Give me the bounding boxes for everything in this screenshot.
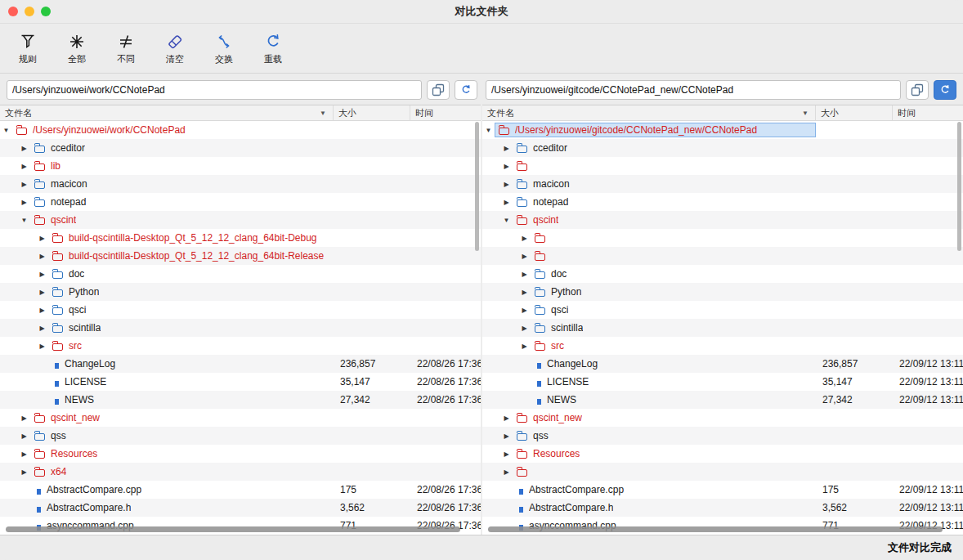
column-header-filename[interactable]: 文件名 ▼ <box>0 105 334 120</box>
chevron-right-icon[interactable]: ▶ <box>36 235 48 242</box>
swap-button[interactable]: 交换 <box>204 30 244 67</box>
chevron-right-icon[interactable]: ▶ <box>518 325 531 332</box>
chevron-right-icon[interactable]: ▶ <box>36 343 48 350</box>
chevron-right-icon[interactable]: ▶ <box>36 307 48 314</box>
chevron-right-icon[interactable]: ▶ <box>36 325 48 332</box>
tree-item[interactable]: qss <box>513 428 816 443</box>
tree-item[interactable]: AbstractCompare.cpp <box>513 482 816 497</box>
tree-item[interactable]: notepad <box>30 195 334 209</box>
chevron-right-icon[interactable]: ▶ <box>500 181 513 188</box>
tree-item[interactable]: Resources <box>513 446 816 461</box>
tree-item[interactable]: NEWS <box>48 392 334 407</box>
tree-item[interactable] <box>531 231 816 245</box>
left-browse-button[interactable] <box>427 80 450 100</box>
tree-row[interactable]: ▶ <box>482 229 963 247</box>
tree-row[interactable]: ▶qscint_new <box>482 409 963 427</box>
tree-row[interactable]: ▶notepad <box>0 193 481 211</box>
chevron-right-icon[interactable]: ▶ <box>500 468 513 476</box>
chevron-right-icon[interactable]: ▶ <box>18 414 30 422</box>
tree-item[interactable]: ChangeLog <box>48 356 334 371</box>
tree-item[interactable]: qsci <box>48 302 334 317</box>
reload-button[interactable]: 重载 <box>253 30 293 67</box>
chevron-right-icon[interactable]: ▶ <box>518 307 531 314</box>
left-horizontal-scrollbar[interactable] <box>6 526 460 532</box>
tree-row[interactable]: ▶qsci <box>0 301 481 319</box>
chevron-right-icon[interactable]: ▶ <box>18 450 30 458</box>
tree-row[interactable]: ▶cceditor <box>482 139 963 157</box>
tree-row[interactable]: ▶macicon <box>482 175 963 193</box>
tree-item[interactable]: NEWS <box>531 392 816 407</box>
tree-row[interactable]: ▶Python <box>0 283 481 301</box>
tree-row[interactable]: ▶doc <box>0 265 481 283</box>
tree-row[interactable]: ▶qss <box>482 427 963 445</box>
right-browse-button[interactable] <box>906 80 929 100</box>
tree-row[interactable]: ▶Resources <box>482 445 963 463</box>
tree-row[interactable]: ▶doc <box>482 265 963 283</box>
left-refresh-button[interactable] <box>455 80 477 100</box>
tree-row[interactable]: ▼qscint <box>482 211 963 229</box>
tree-row[interactable]: ▶src <box>482 337 963 355</box>
tree-item[interactable]: cceditor <box>513 141 816 155</box>
chevron-right-icon[interactable]: ▶ <box>18 468 30 476</box>
minimize-button[interactable] <box>25 7 34 16</box>
tree-row[interactable]: ▼/Users/yinzuowei/work/CCNotePad <box>0 121 481 139</box>
tree-row[interactable]: AbstractCompare.cpp17522/08/26 17:36 <box>0 481 481 499</box>
tree-row[interactable]: ▶scintilla <box>0 319 481 337</box>
tree-row[interactable]: ▶ <box>482 463 963 481</box>
tree-item[interactable]: scintilla <box>48 320 334 335</box>
tree-item[interactable]: qscint <box>513 213 816 227</box>
chevron-right-icon[interactable]: ▶ <box>518 235 531 242</box>
left-vertical-scrollbar[interactable] <box>475 122 479 251</box>
tree-row[interactable]: ▶notepad <box>482 193 963 211</box>
column-header-time[interactable]: 时间 <box>893 105 963 120</box>
clear-button[interactable]: 清空 <box>155 30 195 67</box>
tree-row[interactable]: NEWS27,34222/08/26 17:36 <box>0 391 481 409</box>
tree-row[interactable]: ▶qsci <box>482 301 963 319</box>
tree-item[interactable]: cceditor <box>30 141 334 155</box>
tree-item[interactable]: src <box>531 338 816 353</box>
close-button[interactable] <box>8 7 18 16</box>
tree-item[interactable]: qscint_new <box>513 410 816 425</box>
chevron-down-icon[interactable]: ▼ <box>500 217 513 224</box>
tree-row[interactable]: ▶macicon <box>0 175 481 193</box>
tree-item[interactable] <box>513 464 816 479</box>
column-header-filename[interactable]: 文件名 ▼ <box>482 105 816 120</box>
chevron-right-icon[interactable]: ▶ <box>500 163 513 170</box>
tree-item[interactable]: ChangeLog <box>531 356 816 371</box>
tree-row[interactable]: ▶build-qscintilla-Desktop_Qt_5_12_12_cla… <box>0 247 481 265</box>
chevron-down-icon[interactable]: ▼ <box>0 127 12 134</box>
tree-item[interactable]: scintilla <box>531 320 816 335</box>
tree-row[interactable]: ▶qss <box>0 427 481 445</box>
tree-item[interactable]: doc <box>531 267 816 281</box>
tree-row[interactable]: ▶lib <box>0 157 481 175</box>
chevron-right-icon[interactable]: ▶ <box>500 450 513 458</box>
right-horizontal-scrollbar[interactable] <box>488 526 943 532</box>
tree-item[interactable] <box>513 159 816 173</box>
right-refresh-button[interactable] <box>934 80 956 100</box>
tree-row[interactable]: ▶Resources <box>0 445 481 463</box>
tree-item[interactable] <box>531 249 816 263</box>
show-different-button[interactable]: 不同 <box>106 30 146 67</box>
chevron-right-icon[interactable]: ▶ <box>500 199 513 206</box>
tree-row[interactable]: ChangeLog236,85722/08/26 17:36 <box>0 355 481 373</box>
tree-row[interactable]: ▶scintilla <box>482 319 963 337</box>
chevron-down-icon[interactable]: ▼ <box>18 217 30 224</box>
chevron-right-icon[interactable]: ▶ <box>36 271 48 278</box>
tree-item[interactable]: build-qscintilla-Desktop_Qt_5_12_12_clan… <box>48 249 334 263</box>
tree-item[interactable]: AbstractCompare.cpp <box>30 482 334 497</box>
tree-item[interactable]: build-qscintilla-Desktop_Qt_5_12_12_clan… <box>48 231 334 245</box>
tree-row[interactable]: NEWS27,34222/09/12 13:11 <box>482 391 963 409</box>
chevron-right-icon[interactable]: ▶ <box>36 289 48 296</box>
chevron-right-icon[interactable]: ▶ <box>18 199 30 206</box>
tree-row[interactable]: ▶x64 <box>0 463 481 481</box>
rules-button[interactable]: 规则 <box>8 30 47 67</box>
tree-row[interactable]: ChangeLog236,85722/09/12 13:11 <box>482 355 963 373</box>
tree-item[interactable]: qss <box>30 428 334 443</box>
tree-item[interactable]: AbstractCompare.h <box>513 500 816 515</box>
tree-item[interactable]: AbstractCompare.h <box>30 500 334 515</box>
chevron-right-icon[interactable]: ▶ <box>518 289 531 296</box>
chevron-down-icon[interactable]: ▼ <box>482 127 495 134</box>
chevron-right-icon[interactable]: ▶ <box>518 343 531 350</box>
chevron-right-icon[interactable]: ▶ <box>18 181 30 188</box>
tree-row[interactable]: ▶ <box>482 157 963 175</box>
